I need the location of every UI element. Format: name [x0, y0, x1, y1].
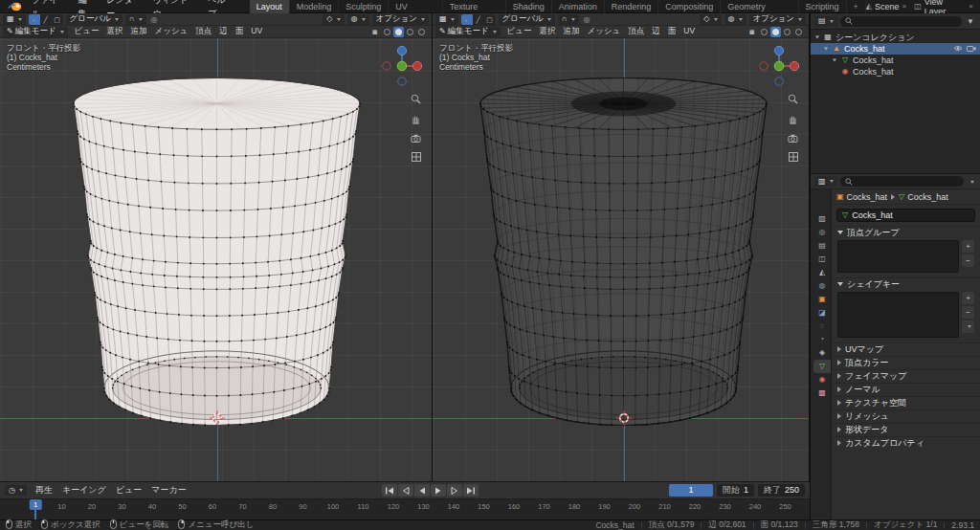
viewport-menu-追加[interactable]: 追加	[127, 26, 151, 35]
properties-tab-tool[interactable]: ▨	[813, 212, 831, 226]
shape-keys-list[interactable]	[837, 292, 959, 338]
outliner-search-input[interactable]	[840, 16, 963, 27]
viewport-menu-メッシュ[interactable]: メッシュ	[151, 26, 192, 35]
viewport-menu-選択[interactable]: 選択	[536, 26, 560, 35]
timeline-menu-キーイング[interactable]: キーイング	[57, 484, 111, 497]
jump-to-prev-keyframe-button[interactable]	[398, 484, 413, 497]
options-dropdown[interactable]: オプション	[749, 14, 807, 25]
camera-view-button[interactable]	[788, 134, 798, 143]
navigation-gizmo[interactable]	[380, 44, 424, 88]
jump-to-start-button[interactable]	[382, 484, 397, 497]
transform-orientation-dropdown[interactable]: グローバル	[66, 14, 122, 25]
expand-icon[interactable]	[833, 59, 836, 62]
outliner-filter-button[interactable]: ▼	[965, 17, 976, 26]
workspace-tab-shading[interactable]: Shading	[506, 0, 552, 13]
jump-to-next-keyframe-button[interactable]	[447, 484, 462, 497]
outliner-editor-type-button[interactable]: ▤	[814, 16, 837, 27]
frame-start-field[interactable]: 開始1	[717, 484, 754, 497]
scene-selector[interactable]: ◭ Scene ×	[866, 2, 906, 11]
properties-tab-object[interactable]: ▣	[813, 293, 831, 306]
editor-type-button[interactable]: ▦	[435, 14, 458, 25]
properties-tab-constraints[interactable]: ◈	[813, 346, 831, 360]
viewport-menu-辺[interactable]: 辺	[648, 26, 664, 35]
xray-toggle[interactable]: ◙	[747, 28, 756, 36]
viewport-canvas[interactable]: フロント・平行投影 (1) Cocks_hat Centimeters	[433, 38, 809, 481]
blender-logo-icon[interactable]	[8, 2, 22, 11]
properties-editor-type-button[interactable]: ▥	[814, 176, 837, 187]
shading-wireframe-button[interactable]	[759, 27, 769, 37]
timeline-ruler[interactable]: 0102030405060708090100110120130140150160…	[0, 499, 810, 519]
properties-tab-output[interactable]: ▤	[813, 239, 831, 253]
viewport-menu-追加[interactable]: 追加	[560, 26, 584, 35]
face-select-button[interactable]: ▢	[484, 14, 496, 25]
outliner-row-collection[interactable]: ▦シーンコレクション	[811, 32, 980, 43]
add-vertex-group-button[interactable]: +	[962, 240, 974, 253]
proportional-edit-toggle[interactable]: ◎	[149, 15, 160, 24]
properties-search-input[interactable]	[840, 176, 964, 187]
shading-rendered-button[interactable]	[793, 27, 804, 37]
breadcrumb-object[interactable]: ▣ Cocks_hat	[836, 192, 887, 202]
viewport-menu-面[interactable]: 面	[664, 26, 680, 35]
navigation-gizmo[interactable]	[757, 44, 801, 88]
properties-tab-scene[interactable]: ◭	[813, 266, 831, 279]
shape-key-specials-button[interactable]	[962, 320, 974, 333]
mesh-name-field[interactable]: ▽ Cocks_hat	[836, 209, 975, 222]
face-select-button[interactable]: ▢	[52, 14, 63, 25]
shading-solid-button[interactable]	[770, 27, 781, 37]
viewport-menu-辺[interactable]: 辺	[215, 26, 232, 35]
shading-rendered-button[interactable]	[416, 27, 427, 37]
pan-tool[interactable]	[411, 114, 421, 124]
workspace-tab-sculpting[interactable]: Sculpting	[339, 0, 389, 13]
properties-tab-particles[interactable]: ◌	[813, 320, 831, 333]
xray-toggle[interactable]: ◙	[370, 28, 379, 36]
properties-tab-world[interactable]: ◍	[813, 279, 831, 293]
properties-tab-physics[interactable]: ◔	[813, 333, 831, 346]
properties-tab-view-layer[interactable]: ◫	[813, 253, 831, 266]
workspace-tab-geometry-nodes[interactable]: Geometry Nodes	[721, 0, 798, 13]
options-dropdown[interactable]: オプション	[372, 14, 430, 25]
hide-in-viewport-icon[interactable]	[953, 44, 963, 54]
properties-filter-button[interactable]	[967, 177, 976, 186]
vertex-select-button[interactable]: ∙	[29, 14, 40, 25]
shading-wireframe-button[interactable]	[382, 27, 392, 37]
playhead[interactable]: 1	[34, 499, 36, 519]
panel-normals[interactable]: ノーマル	[832, 383, 980, 395]
disable-in-renders-icon[interactable]	[967, 44, 976, 54]
editor-type-button[interactable]: ▦	[3, 14, 26, 25]
expand-icon[interactable]	[815, 36, 819, 39]
timeline-menu-マーカー[interactable]: マーカー	[146, 484, 190, 497]
play-reverse-button[interactable]	[414, 484, 430, 497]
panel-shape-keys[interactable]: シェイプキー	[832, 277, 980, 290]
panel-uv-maps[interactable]: UVマップ	[832, 342, 980, 355]
add-workspace-button[interactable]: +	[847, 0, 866, 13]
timeline-menu-ビュー[interactable]: ビュー	[111, 484, 146, 497]
workspace-tab-compositing[interactable]: Compositing	[658, 0, 721, 13]
snap-dropdown[interactable]: ∩	[125, 14, 146, 25]
panel-face-maps[interactable]: フェイスマップ	[832, 369, 980, 382]
show-gizmo-dropdown[interactable]: ◇	[700, 14, 721, 25]
panel-remesh[interactable]: リメッシュ	[832, 409, 980, 422]
remove-shape-key-button[interactable]: −	[962, 306, 974, 319]
outliner-row-object[interactable]: ▲Cocks_hat	[811, 43, 980, 55]
workspace-tab-texture-paint[interactable]: Texture Paint	[443, 0, 506, 13]
properties-tab-modifiers[interactable]: ◪	[813, 306, 831, 320]
play-button[interactable]	[431, 484, 446, 497]
properties-tab-material[interactable]: ◉	[813, 373, 831, 386]
panel-vertex-colors[interactable]: 頂点カラー	[832, 356, 980, 368]
workspace-tab-uv-editing[interactable]: UV Editing	[389, 0, 442, 13]
show-gizmo-dropdown[interactable]: ◇	[323, 14, 344, 25]
frame-end-field[interactable]: 終了250	[758, 484, 805, 497]
panel-geometry-data[interactable]: 形状データ	[832, 423, 980, 435]
properties-tab-render[interactable]: ◎	[813, 226, 831, 239]
outliner-row-mesh-data[interactable]: ▽Cocks_hat	[811, 55, 980, 66]
shading-material-button[interactable]	[782, 27, 792, 37]
workspace-tab-layout[interactable]: Layout	[250, 0, 290, 13]
edge-select-button[interactable]: ╱	[40, 14, 52, 25]
overlays-dropdown[interactable]: ◍	[724, 14, 746, 25]
snap-dropdown[interactable]: ∩	[558, 14, 579, 25]
viewport-menu-メッシュ[interactable]: メッシュ	[584, 26, 625, 35]
panel-custom-properties[interactable]: カスタムプロパティ	[832, 436, 980, 449]
shading-material-button[interactable]	[405, 27, 415, 37]
pan-tool[interactable]	[788, 114, 798, 124]
shading-solid-button[interactable]	[393, 27, 404, 37]
